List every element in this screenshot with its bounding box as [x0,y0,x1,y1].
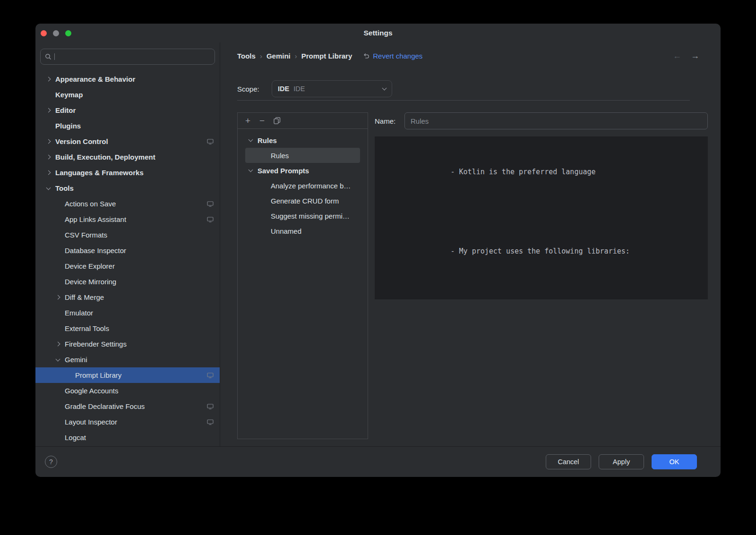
ide-setting-icon [207,201,214,207]
add-prompt-button[interactable]: + [245,116,250,125]
search-input[interactable] [58,53,210,60]
sidebar-item[interactable]: Device Explorer [35,258,220,274]
sidebar-item-label: Emulator [65,309,93,317]
sidebar-item[interactable]: Gemini [35,352,220,367]
sidebar-item[interactable]: Languages & Frameworks [35,165,220,180]
history-nav: ← → [673,51,699,61]
dialog-footer: ? Cancel Apply OK [35,446,721,477]
sidebar-item-label: CSV Formats [65,231,107,239]
sidebar-item[interactable]: App Links Assistant [35,212,220,227]
settings-search[interactable] [40,49,215,65]
sidebar-item[interactable]: Editor [35,102,220,118]
chevron-right-icon [46,139,51,144]
sidebar-item[interactable]: Database Inspector [35,243,220,258]
scope-badge: IDE [278,85,289,93]
prompt-item[interactable]: Analyze performance b… [245,178,360,193]
sidebar-item[interactable]: Gradle Declarative Focus [35,399,220,414]
remove-prompt-button[interactable]: − [259,116,265,125]
sidebar-item-label: Appearance & Behavior [55,75,135,83]
sidebar-item[interactable]: Keymap [35,87,220,102]
breadcrumb-prompt-library[interactable]: Prompt Library [301,52,352,60]
sidebar-item-label: Version Control [55,137,108,145]
ide-setting-icon [207,404,214,409]
breadcrumb: Tools › Gemini › Prompt Library Revert c… [237,50,721,61]
sidebar-item[interactable]: Prompt Library [35,367,220,383]
settings-tree: Appearance & Behavior Keymap [35,71,220,445]
sidebar-item[interactable]: Build, Execution, Deployment [35,149,220,165]
scope-value: IDE [293,85,305,93]
sidebar-item-label: Gradle Declarative Focus [65,402,145,410]
search-cursor [54,53,55,60]
apply-button[interactable]: Apply [599,454,644,469]
sidebar-item[interactable]: Plugins [35,118,220,134]
sidebar-item-label: Actions on Save [65,200,116,208]
sidebar-item-label: Layout Inspector [65,418,117,426]
zoom-button[interactable] [65,30,71,36]
help-button[interactable]: ? [45,456,57,468]
sidebar-item[interactable]: Device Mirroring [35,274,220,289]
cancel-button[interactable]: Cancel [546,454,591,469]
sidebar-item[interactable]: Tools [35,180,220,196]
settings-window: Settings Appearance & Behavior [35,24,721,477]
prompt-item[interactable]: Generate CRUD form [245,193,360,208]
sidebar-item-label: Plugins [55,122,81,130]
sidebar-item[interactable]: Emulator [35,305,220,321]
prompt-text-editor[interactable]: - Kotlin is the preferred language - My … [375,136,708,299]
sidebar-item-label: Device Mirroring [65,278,116,286]
sidebar-item[interactable]: Diff & Merge [35,289,220,305]
sidebar-item[interactable]: Actions on Save [35,196,220,212]
sidebar-item-label: Gemini [65,356,87,364]
name-row: Name: [375,112,708,129]
name-label: Name: [375,117,404,125]
sidebar-item-label: Prompt Library [75,371,121,379]
sidebar-item-label: Device Explorer [65,262,115,270]
search-icon [45,53,52,60]
copy-prompt-button[interactable] [274,117,281,124]
sidebar-item[interactable]: Logcat [35,430,220,445]
chevron-slot [55,342,65,346]
breadcrumb-separator: › [260,52,262,60]
sidebar-item[interactable]: External Tools [35,321,220,336]
prompt-name-input[interactable] [404,112,708,129]
settings-sidebar: Appearance & Behavior Keymap [35,42,220,446]
revert-changes-label: Revert changes [373,52,422,60]
prompt-item[interactable]: Suggest missing permi… [245,208,360,223]
prompt-tree: Rules Rules [238,129,368,238]
sidebar-item-label: App Links Assistant [65,215,126,223]
sidebar-item[interactable]: CSV Formats [35,227,220,243]
ok-button[interactable]: OK [652,454,697,469]
close-button[interactable] [41,30,47,36]
settings-main: Tools › Gemini › Prompt Library Revert c… [220,42,721,446]
chevron-down-icon [46,185,51,190]
minimize-button[interactable] [53,30,59,36]
revert-icon [363,52,369,59]
back-arrow-icon[interactable]: ← [673,51,681,61]
prompt-item[interactable]: Unnamed [245,223,360,238]
breadcrumb-gemini[interactable]: Gemini [266,52,291,60]
scope-row: Scope: IDE IDE [237,80,721,97]
scope-dropdown[interactable]: IDE IDE [272,80,392,97]
chevron-right-icon [56,342,60,347]
sidebar-item[interactable]: Version Control [35,134,220,149]
chevron-right-icon [46,108,51,113]
chevron-right-icon [46,170,51,175]
prompt-item-label: Saved Prompts [258,167,309,175]
prompt-item-label: Suggest missing permi… [271,212,350,220]
sidebar-item[interactable]: Google Accounts [35,383,220,399]
sidebar-item[interactable]: Appearance & Behavior [35,71,220,87]
prompt-item[interactable]: Rules [245,133,360,148]
sidebar-item-label: External Tools [65,324,109,332]
editor-line: - Kotlin is the preferred language [382,139,702,218]
chevron-slot [55,296,65,299]
window-controls [41,30,71,36]
chevron-right-icon [56,295,60,300]
title-bar[interactable]: Settings [35,24,721,42]
sidebar-item[interactable]: Layout Inspector [35,414,220,430]
sidebar-item[interactable]: Firebender Settings [35,336,220,352]
prompt-item[interactable]: Rules [245,148,360,163]
breadcrumb-tools[interactable]: Tools [237,52,256,60]
prompt-item[interactable]: Saved Prompts [245,163,360,178]
chevron-down-icon [249,168,253,172]
revert-changes-link[interactable]: Revert changes [363,52,422,60]
forward-arrow-icon[interactable]: → [691,51,699,61]
